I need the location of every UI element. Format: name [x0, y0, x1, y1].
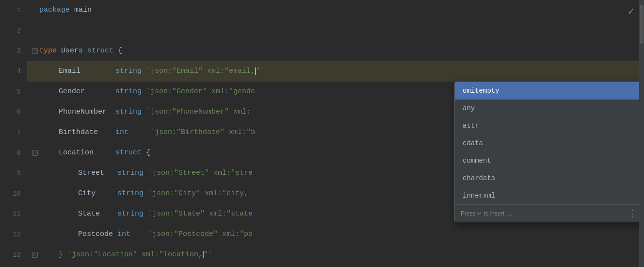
code-line-4: Email string `json:"Email" xml:"email,"`	[27, 61, 639, 82]
line-5-content: Gender string `json:"Gender" xml:"gende	[39, 82, 255, 102]
autocomplete-label-any: any	[463, 104, 475, 112]
line-11-content: State string `json:"State" xml:"state	[39, 204, 253, 224]
line-6-content: PhoneNumber string `json:"PhoneNumber" x…	[39, 102, 251, 122]
line-10-content: City string `json:"City" xml:"city,	[39, 184, 248, 204]
line-num-12: 12	[0, 224, 21, 245]
token-brace-open-1: {	[113, 47, 122, 55]
token-package: package	[39, 6, 70, 14]
line-4-content: Email string `json:"Email" xml:"email,"`	[39, 61, 265, 82]
fold-gutter-8[interactable]: ▷	[31, 150, 39, 156]
line-num-5: 5	[0, 82, 21, 102]
line-num-13: 13	[0, 245, 21, 265]
token-email-json: "Email"	[172, 67, 203, 75]
autocomplete-item-innerxml[interactable]: innerxml	[455, 187, 639, 204]
line-num-9: 9	[0, 163, 21, 184]
token-email-xml: "email,	[225, 67, 255, 75]
line-num-4: 4	[0, 61, 21, 82]
line-3-content: type Users struct {	[39, 41, 122, 61]
fold-gutter-13[interactable]: ▷	[31, 252, 39, 258]
code-area[interactable]: package main ▽ type Users struct { Email…	[27, 0, 639, 267]
line-num-10: 10	[0, 184, 21, 204]
token-gender-field: Gender	[59, 87, 85, 96]
line-13-content: } `json:"Location" xml:"location,"`	[39, 245, 212, 265]
scrollbar[interactable]	[639, 0, 644, 267]
token-int-1: int	[115, 128, 129, 136]
line-num-8: 8	[0, 143, 21, 163]
token-type: type	[39, 47, 57, 55]
editor-container: 1 2 3 4 5 6 7 8 9 10 11 12 13 package ma…	[0, 0, 644, 267]
autocomplete-label-innerxml: innerxml	[463, 192, 495, 200]
line-num-2: 2	[0, 20, 21, 41]
code-line-3: ▽ type Users struct {	[27, 41, 639, 61]
autocomplete-label-omitempty: omitempty	[463, 87, 499, 95]
autocomplete-item-omitempty[interactable]: omitempty	[455, 82, 639, 100]
line-num-1: 1	[0, 0, 21, 20]
autocomplete-item-chardata[interactable]: chardata	[455, 169, 639, 187]
token-string-5: string	[117, 189, 144, 198]
code-line-1: package main	[27, 0, 639, 20]
code-line-13: ▷ } `json:"Location" xml:"location,"`	[27, 245, 639, 265]
token-string-2: string	[115, 87, 142, 96]
autocomplete-dropdown[interactable]: omitempty any attr cdata comment chardat…	[454, 82, 639, 222]
autocomplete-label-comment: comment	[463, 157, 491, 165]
autocomplete-item-any[interactable]: any	[455, 100, 639, 117]
token-birthdate-field: Birthdate	[59, 128, 98, 136]
fold-icon-3[interactable]: ▽	[32, 48, 38, 54]
line-num-11: 11	[0, 204, 21, 224]
line-8-content: Location struct {	[39, 143, 150, 163]
token-email-spacing	[80, 67, 115, 75]
token-string-4: string	[117, 169, 144, 177]
code-line-2	[27, 20, 639, 41]
fold-gutter-3[interactable]: ▽	[31, 48, 39, 54]
token-string-3: string	[115, 108, 142, 116]
line-num-3: 3	[0, 41, 21, 61]
token-city-field: City	[78, 189, 96, 198]
token-int-2: int	[117, 230, 130, 238]
autocomplete-item-comment[interactable]: comment	[455, 152, 639, 169]
line-1-content: package main	[39, 0, 92, 20]
token-string-1: string	[115, 67, 142, 75]
token-street-field: Street	[78, 169, 104, 177]
autocomplete-footer: Press ↵ to insert, ... ⋮	[455, 204, 639, 222]
line-9-content: Street string `json:"Street" xml:"stre	[39, 163, 253, 184]
token-main: main	[70, 6, 92, 14]
code-line-12: Postcode int `json:"Postcode" xml:"po	[27, 224, 639, 245]
autocomplete-label-chardata: chardata	[463, 174, 495, 182]
autocomplete-hint-text: Press ↵ to insert, ...	[461, 210, 513, 217]
token-users: Users	[57, 47, 87, 55]
validation-checkmark: ✓	[628, 5, 634, 18]
line-numbers: 1 2 3 4 5 6 7 8 9 10 11 12 13	[0, 0, 27, 267]
token-struct-2: struct	[115, 149, 142, 157]
token-location-field: Location	[59, 149, 94, 157]
autocomplete-label-cdata: cdata	[463, 139, 483, 147]
line-num-7: 7	[0, 122, 21, 143]
line-12-content: Postcode int `json:"Postcode" xml:"po	[39, 224, 253, 245]
token-state-field: State	[78, 210, 100, 218]
autocomplete-item-cdata[interactable]: cdata	[455, 134, 639, 152]
fold-icon-8[interactable]: ▷	[32, 150, 38, 156]
autocomplete-item-attr[interactable]: attr	[455, 117, 639, 134]
token-email-field: Email	[59, 67, 80, 75]
scrollbar-thumb[interactable]	[640, 5, 644, 44]
token-email-xml-end: "`	[256, 67, 265, 75]
token-xml-1: xml:	[203, 67, 225, 75]
line-2-content	[39, 20, 44, 41]
autocomplete-label-attr: attr	[463, 122, 479, 130]
token-backtick-1: `json:	[142, 67, 172, 75]
token-phone-field: PhoneNumber	[59, 108, 107, 116]
line-7-content: Birthdate int `json:"Birthdate" xml:"b	[39, 122, 255, 143]
line-num-6: 6	[0, 102, 21, 122]
token-struct-1: struct	[87, 47, 113, 55]
fold-icon-13[interactable]: ▷	[32, 252, 38, 258]
token-string-6: string	[117, 210, 144, 218]
more-options-button[interactable]: ⋮	[628, 208, 637, 219]
token-postcode-field: Postcode	[78, 230, 113, 238]
